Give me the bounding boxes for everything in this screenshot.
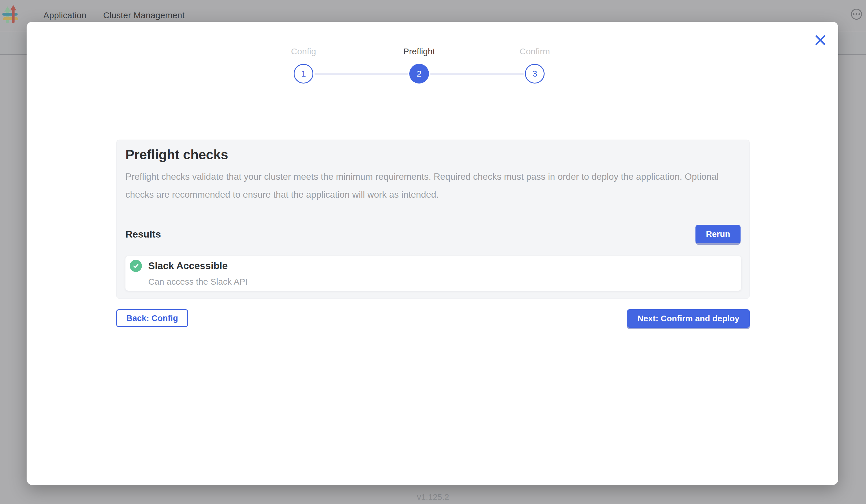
panel-description: Preflight checks validate that your clus…	[125, 168, 730, 203]
panel-title: Preflight checks	[125, 147, 228, 163]
step-config: Config 1	[246, 46, 361, 83]
app-version: v1.125.2	[0, 492, 866, 502]
step-label: Preflight	[403, 46, 435, 57]
wizard-stepper: Config 1 Preflight 2 Confirm 3	[246, 46, 592, 98]
result-detail: Can access the Slack API	[148, 277, 248, 287]
step-circle-1[interactable]: 1	[294, 64, 313, 83]
results-header-row: Results Rerun	[125, 224, 741, 245]
dot	[858, 13, 860, 15]
modal-actions: Back: Config Next: Confirm and deploy	[116, 309, 750, 328]
step-connector	[314, 73, 408, 75]
ellipsis-menu-icon[interactable]	[851, 9, 862, 20]
dot	[856, 13, 857, 15]
step-confirm: Confirm 3	[477, 46, 592, 83]
preflight-checks-panel: Preflight checks Preflight checks valida…	[116, 139, 750, 299]
preflight-modal: Config 1 Preflight 2 Confirm 3 Preflight…	[26, 22, 838, 485]
rerun-button[interactable]: Rerun	[696, 225, 741, 243]
step-label: Config	[291, 46, 316, 57]
step-preflight: Preflight 2	[361, 46, 477, 83]
next-confirm-deploy-button[interactable]: Next: Confirm and deploy	[627, 309, 750, 328]
result-title: Slack Accessible	[148, 260, 228, 271]
back-config-button[interactable]: Back: Config	[116, 309, 188, 327]
step-connector	[430, 73, 524, 75]
dot	[853, 13, 854, 15]
step-label: Confirm	[519, 46, 550, 57]
close-icon[interactable]	[814, 34, 827, 46]
step-circle-2[interactable]: 2	[409, 64, 429, 83]
check-circle-icon	[130, 260, 142, 272]
preflight-result-item: Slack Accessible Can access the Slack AP…	[125, 256, 741, 291]
results-title: Results	[125, 228, 161, 240]
step-circle-3[interactable]: 3	[525, 64, 545, 83]
app-logo-icon	[2, 5, 19, 25]
